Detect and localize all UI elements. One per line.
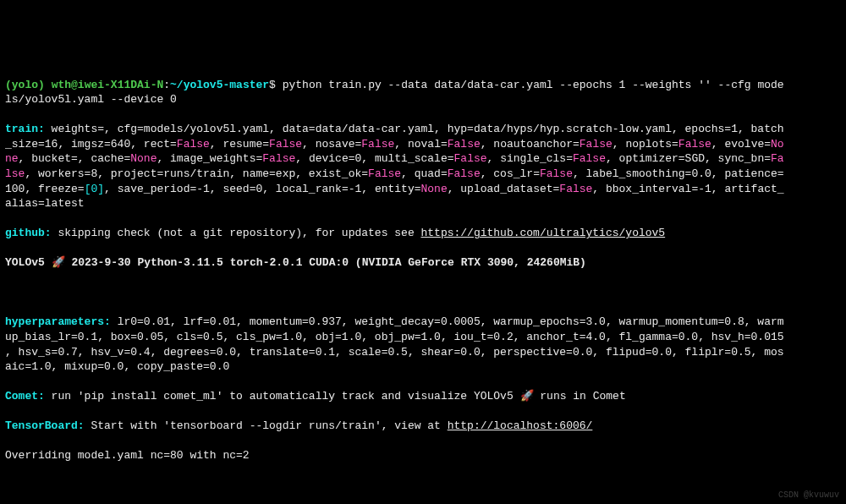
train-label: train: [5,123,45,135]
env-prefix: (yolo) [5,79,45,91]
yolov5-version: YOLOv5 🚀 2023-9-30 Python-3.11.5 torch-2… [5,255,841,271]
github-link[interactable]: https://github.com/ultralytics/yolov5 [420,227,665,239]
comet-label: Comet: [5,390,45,403]
github-label: github: [5,227,52,239]
tensorboard-label: TensorBoard: [5,419,85,432]
user-host: wth@iwei-X11DAi-N [52,79,164,91]
tensorboard-link[interactable]: http://localhost:6006/ [448,419,593,432]
watermark-right: CSDN @kvuwuv [778,490,839,501]
override-text: Overriding model.yaml nc=80 with nc=2 [5,448,841,463]
terminal-output[interactable]: (yolo) wth@iwei-X11DAi-N:~/yolov5-master… [5,63,841,504]
hyper-label: hyperparameters: [5,315,111,328]
cwd: ~/yolov5-master [170,79,269,91]
